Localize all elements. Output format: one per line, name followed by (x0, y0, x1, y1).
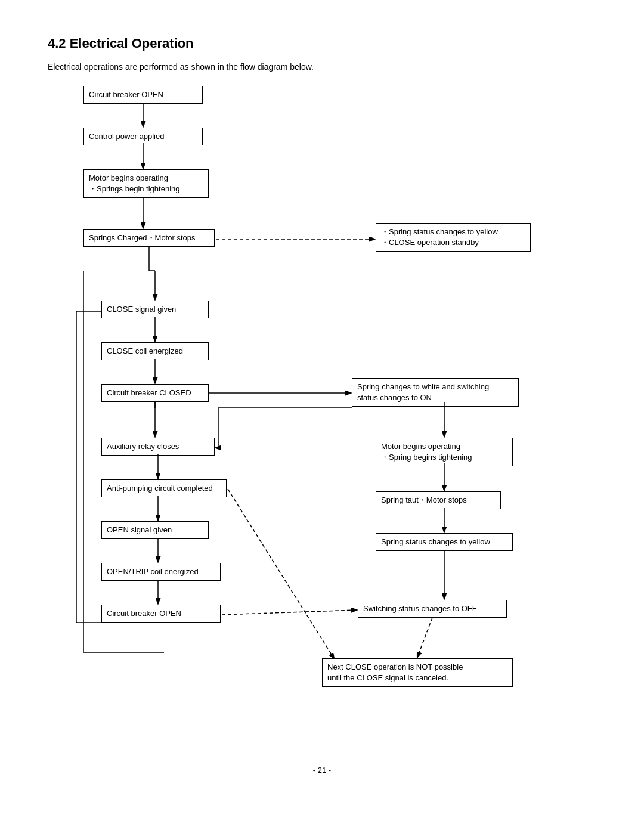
intro-text: Electrical operations are performed as s… (48, 62, 596, 72)
svg-line-32 (228, 489, 334, 658)
page-number: - 21 - (48, 766, 596, 775)
section-title: 4.2 Electrical Operation (48, 36, 596, 51)
flow-arrows (66, 86, 578, 742)
svg-line-33 (417, 618, 432, 657)
svg-line-30 (222, 610, 357, 615)
flow-diagram: Circuit breaker OPEN Control power appli… (66, 86, 578, 742)
